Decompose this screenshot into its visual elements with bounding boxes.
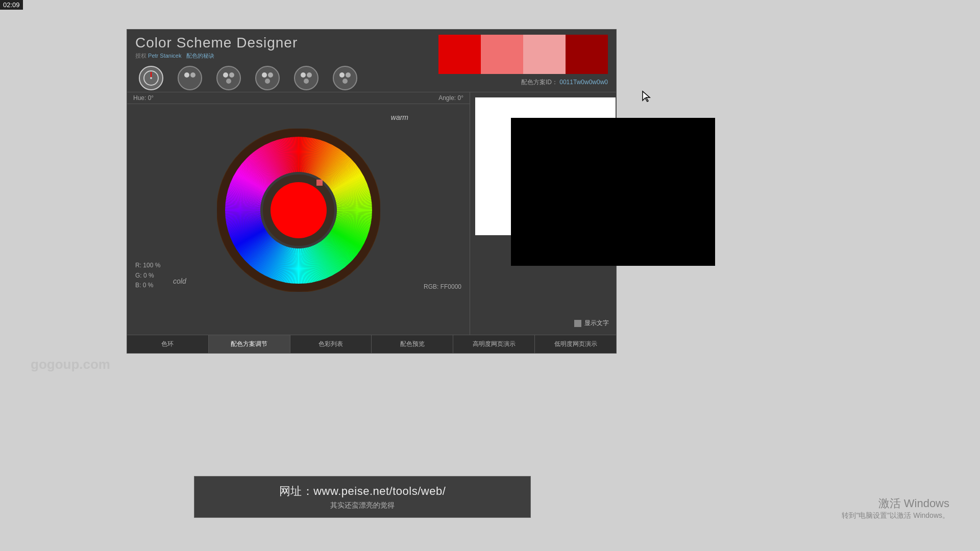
svg-point-11 xyxy=(301,72,306,78)
subtitle-link[interactable]: 配色的秘诀 xyxy=(186,53,214,59)
svg-point-8 xyxy=(262,72,267,78)
swatch-3[interactable] xyxy=(566,35,608,74)
mode-circle-similar-complement xyxy=(333,66,357,90)
show-text-row: 显示文字 xyxy=(574,319,609,328)
mode-circle-single xyxy=(139,66,163,90)
tab-color-list[interactable]: 色彩列表 xyxy=(290,335,372,353)
svg-point-4 xyxy=(190,72,195,78)
subtitle-author-link[interactable]: Petr Stanicek xyxy=(148,53,181,59)
swatch-2[interactable] xyxy=(523,35,566,74)
show-text-checkbox[interactable] xyxy=(574,320,581,327)
bottom-banner-url: 网址：www.peise.net/tools/web/ xyxy=(205,484,520,499)
svg-point-10 xyxy=(265,79,270,84)
wheel-container[interactable]: warm cold xyxy=(127,104,470,316)
app-header: Color Scheme Designer 授权 Petr Stanicek 配… xyxy=(127,30,616,63)
svg-point-2 xyxy=(150,77,152,79)
svg-point-9 xyxy=(268,72,273,78)
app-window: Color Scheme Designer 授权 Petr Stanicek 配… xyxy=(127,29,617,354)
subtitle-by: 授权 xyxy=(135,53,146,59)
timer-badge: 02:09 xyxy=(0,0,23,10)
tab-low-preview[interactable]: 低明度网页演示 xyxy=(535,335,616,353)
svg-point-13 xyxy=(304,79,309,84)
scheme-id-value[interactable]: 0011Tw0w0w0w0 xyxy=(559,79,608,86)
cold-label: cold xyxy=(173,277,186,285)
left-panel: Hue: 0° Angle: 0° warm cold xyxy=(127,92,470,335)
rgb-b: B: 0 % xyxy=(135,281,160,290)
scheme-id: 配色方案ID： 0011Tw0w0w0w0 xyxy=(521,78,608,87)
swatch-0[interactable] xyxy=(438,35,481,74)
scheme-id-label: 配色方案ID： xyxy=(521,79,558,86)
gogoup-text: gogoup.com xyxy=(31,357,110,372)
rgb-g: G: 0 % xyxy=(135,271,160,281)
activate-title: 激活 Windows xyxy=(842,496,949,511)
tab-high-preview[interactable]: 高明度网页演示 xyxy=(453,335,535,353)
svg-point-7 xyxy=(226,79,231,84)
bottom-tabs: 色环配色方案调节色彩列表配色预览高明度网页演示低明度网页演示 xyxy=(127,335,616,353)
rgb-values: R: 100 % G: 0 % B: 0 % xyxy=(135,261,160,290)
cursor-icon xyxy=(642,90,652,103)
svg-rect-22 xyxy=(316,180,323,186)
mode-circle-rectangle xyxy=(255,66,280,90)
svg-point-3 xyxy=(184,72,189,78)
right-panel: 显示文字 xyxy=(470,92,616,335)
activate-sub: 转到"电脑设置"以激活 Windows。 xyxy=(842,511,949,520)
color-wheel[interactable] xyxy=(217,129,380,292)
warm-label: warm xyxy=(391,113,408,121)
rgb-r: R: 100 % xyxy=(135,261,160,270)
gogoup-brand: gogoup.com xyxy=(31,357,110,372)
svg-point-16 xyxy=(342,79,348,84)
mode-circle-similar xyxy=(294,66,318,90)
preview-area: 显示文字 xyxy=(470,92,616,335)
rgb-hex: RGB: FF0000 xyxy=(424,283,461,290)
svg-point-5 xyxy=(223,72,228,78)
svg-point-14 xyxy=(339,72,345,78)
preview-black-box xyxy=(511,118,715,266)
mode-circle-complement xyxy=(178,66,202,90)
swatch-1[interactable] xyxy=(481,35,523,74)
panel-header: Hue: 0° Angle: 0° xyxy=(127,92,470,104)
swatches-row xyxy=(438,35,608,74)
svg-point-21 xyxy=(271,182,327,238)
svg-point-12 xyxy=(307,72,312,78)
svg-marker-23 xyxy=(643,91,650,102)
tab-color-ring[interactable]: 色环 xyxy=(127,335,209,353)
show-text-label: 显示文字 xyxy=(584,319,609,328)
timer-value: 02:09 xyxy=(3,1,20,9)
activate-windows: 激活 Windows 转到"电脑设置"以激活 Windows。 xyxy=(842,496,949,520)
tab-preview[interactable]: 配色预览 xyxy=(372,335,453,353)
hue-label: Hue: 0° xyxy=(133,94,154,102)
bottom-banner-sub: 其实还蛮漂亮的觉得 xyxy=(205,501,520,510)
tab-scheme-adjust[interactable]: 配色方案调节 xyxy=(209,335,290,353)
angle-label: Angle: 0° xyxy=(438,94,463,102)
mode-circle-triangle xyxy=(216,66,241,90)
svg-point-6 xyxy=(229,72,234,78)
bottom-banner: 网址：www.peise.net/tools/web/ 其实还蛮漂亮的觉得 xyxy=(194,476,531,518)
svg-point-15 xyxy=(346,72,351,78)
